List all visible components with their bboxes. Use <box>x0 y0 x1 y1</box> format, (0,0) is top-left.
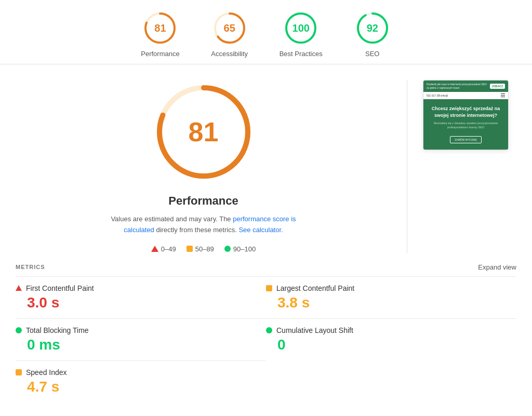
metric-tbt-header: Total Blocking Time <box>16 326 266 334</box>
red-triangle-icon <box>151 246 158 252</box>
lcp-label: Largest Contentful Paint <box>276 284 354 292</box>
si-value: 4.7 s <box>27 379 266 395</box>
fcp-value: 3.0 s <box>27 294 266 311</box>
legend-mid: 50–89 <box>187 245 214 253</box>
orange-square-icon <box>187 246 193 252</box>
score-item-accessibility: 65 Accessibility <box>211 9 248 58</box>
score-item-performance: 81 Performance <box>141 9 179 58</box>
score-circle-best-practices: 100 <box>282 9 320 47</box>
legend-mid-range: 50–89 <box>195 245 214 253</box>
metric-fcp: First Contentful Paint 3.0 s <box>16 276 266 318</box>
metric-fcp-header: First Contentful Paint <box>16 284 266 292</box>
score-label-performance: Performance <box>141 50 179 58</box>
metric-si-header: Speed Index <box>16 368 266 377</box>
legend-bad-range: 0–49 <box>161 245 176 253</box>
score-item-seo: 92 SEO <box>354 9 391 58</box>
metric-tbt: Total Blocking Time 0 ms <box>16 318 266 360</box>
metric-cls-header: Cumulative Layout Shift <box>266 326 516 334</box>
score-circle-performance: 81 <box>141 9 179 47</box>
metric-lcp-header: Largest Contentful Paint <box>266 284 516 292</box>
preview-hero: Chcesz zwiększyć sprzedaż na swojej stro… <box>423 99 508 150</box>
cls-label: Cumulative Layout Shift <box>276 326 353 334</box>
preview-nav: 531 017 (85 info@ <box>423 92 508 99</box>
desc-mid: directly from these metrics. <box>154 226 239 234</box>
tbt-value: 0 ms <box>27 337 266 353</box>
score-label-seo: SEO <box>365 50 379 58</box>
tbt-label: Total Blocking Time <box>26 326 89 334</box>
main-content: 81 Performance Values are estimated and … <box>0 64 532 253</box>
desc-plain: Values are estimated and may vary. The <box>111 215 233 223</box>
big-score-value: 81 <box>189 116 219 147</box>
si-status-icon <box>16 369 22 375</box>
metrics-grid: First Contentful Paint 3.0 s Largest Con… <box>16 276 516 402</box>
legend-good: 90–100 <box>224 245 256 253</box>
score-legend: 0–49 50–89 90–100 <box>151 245 256 253</box>
preview-hero-desc: Skontaktuj się z doradcą i powierz pozyc… <box>429 122 503 129</box>
metric-cls: Cumulative Layout Shift 0 <box>266 318 516 360</box>
fcp-label: First Contentful Paint <box>26 284 94 292</box>
score-num-accessibility: 65 <box>224 22 235 34</box>
cls-status-icon <box>266 327 272 333</box>
si-label: Speed Index <box>26 368 67 377</box>
lcp-value: 3.8 s <box>277 294 516 311</box>
score-item-best-practices: 100 Best Practices <box>280 9 323 58</box>
preview-topbar: Dowiedz jak nasz w internecie pozycjonow… <box>423 80 508 92</box>
fcp-status-icon <box>16 285 22 291</box>
big-score-ring: 81 <box>152 80 256 184</box>
top-scores-bar: 81 Performance 65 Accessibility 100 Best… <box>0 0 532 64</box>
left-panel: 81 Performance Values are estimated and … <box>16 80 391 253</box>
score-circle-accessibility: 65 <box>211 9 248 47</box>
right-panel: Dowiedz jak nasz w internecie pozycjonow… <box>423 80 516 253</box>
score-num-best-practices: 100 <box>292 22 310 34</box>
lcp-status-icon <box>266 285 272 291</box>
preview-topbar-text: Dowiedz jak nasz w internecie pozycjonow… <box>427 83 488 90</box>
center-divider <box>407 80 407 253</box>
performance-title: Performance <box>168 194 238 208</box>
score-label-best-practices: Best Practices <box>280 50 323 58</box>
preview-hero-title: Chcesz zwiększyć sprzedaż na swojej stro… <box>429 105 503 118</box>
preview-topbar-btn: ZOBACZ <box>490 84 505 89</box>
score-num-performance: 81 <box>154 22 166 34</box>
legend-good-range: 90–100 <box>233 245 256 253</box>
score-num-seo: 92 <box>367 22 378 34</box>
performance-description: Values are estimated and may vary. The p… <box>105 214 302 236</box>
tbt-status-icon <box>16 327 22 333</box>
hamburger-icon <box>501 93 505 97</box>
metrics-header: METRICS Expand view <box>16 263 516 271</box>
metrics-section: METRICS Expand view First Contentful Pai… <box>0 253 532 402</box>
calculator-link[interactable]: See calculator. <box>238 226 283 234</box>
green-circle-icon <box>224 246 231 252</box>
score-label-accessibility: Accessibility <box>211 50 248 58</box>
metrics-title: METRICS <box>16 264 45 270</box>
webpage-preview: Dowiedz jak nasz w internecie pozycjonow… <box>423 80 509 150</box>
cls-value: 0 <box>277 337 516 353</box>
metric-si: Speed Index 4.7 s <box>16 360 266 402</box>
preview-cta-button: ZAMÓW WYCENĘ <box>450 136 482 143</box>
preview-nav-text: 531 017 (85 info@ <box>427 94 448 97</box>
score-circle-seo: 92 <box>354 9 391 47</box>
legend-bad: 0–49 <box>151 245 176 253</box>
expand-view-button[interactable]: Expand view <box>478 263 516 271</box>
metric-lcp: Largest Contentful Paint 3.8 s <box>266 276 516 318</box>
